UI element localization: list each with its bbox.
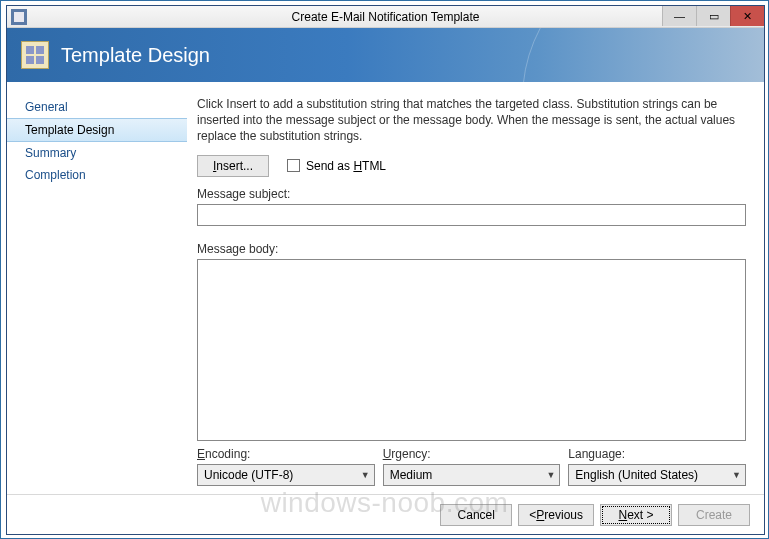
insert-button[interactable]: Insert... [197, 155, 269, 177]
language-select[interactable]: English (United States) ▼ [568, 464, 746, 486]
body-textarea[interactable] [197, 259, 746, 441]
minimize-button[interactable]: — [662, 6, 696, 26]
urgency-select[interactable]: Medium ▼ [383, 464, 561, 486]
sidebar-item-template-design[interactable]: Template Design [7, 118, 187, 142]
sidebar-item-completion[interactable]: Completion [7, 164, 187, 186]
encoding-value: Unicode (UTF-8) [204, 468, 293, 482]
body-label: Message body: [197, 242, 746, 256]
checkbox-icon [287, 159, 300, 172]
previous-button[interactable]: < Previous [518, 504, 594, 526]
options-row: Encoding: Unicode (UTF-8) ▼ Urgency: Med… [197, 447, 746, 486]
window-title: Create E-Mail Notification Template [7, 10, 764, 24]
urgency-label: Urgency: [383, 447, 561, 461]
cancel-button[interactable]: Cancel [440, 504, 512, 526]
window-controls: — ▭ ✕ [662, 6, 764, 26]
wizard-body: General Template Design Summary Completi… [7, 82, 764, 494]
language-value: English (United States) [575, 468, 698, 482]
send-as-html-checkbox[interactable]: Send as HTML [287, 159, 386, 173]
send-as-html-label: Send as HTML [306, 159, 386, 173]
sidebar-item-general[interactable]: General [7, 96, 187, 118]
template-icon [21, 41, 49, 69]
wizard-footer: Cancel < Previous Next > Create [7, 494, 764, 534]
wizard-header-title: Template Design [61, 44, 210, 67]
chevron-down-icon: ▼ [732, 470, 741, 480]
create-button: Create [678, 504, 750, 526]
wizard-header: Template Design [7, 28, 764, 82]
subject-label: Message subject: [197, 187, 746, 201]
instruction-text: Click Insert to add a substitution strin… [197, 96, 746, 145]
subject-input[interactable] [197, 204, 746, 226]
encoding-select[interactable]: Unicode (UTF-8) ▼ [197, 464, 375, 486]
language-label: Language: [568, 447, 746, 461]
encoding-label: Encoding: [197, 447, 375, 461]
maximize-button[interactable]: ▭ [696, 6, 730, 26]
wizard-sidebar: General Template Design Summary Completi… [7, 82, 187, 494]
chevron-down-icon: ▼ [546, 470, 555, 480]
wizard-content: Click Insert to add a substitution strin… [187, 82, 764, 494]
close-button[interactable]: ✕ [730, 6, 764, 26]
sidebar-item-summary[interactable]: Summary [7, 142, 187, 164]
outer-frame: Create E-Mail Notification Template — ▭ … [0, 0, 769, 539]
titlebar: Create E-Mail Notification Template — ▭ … [7, 6, 764, 28]
urgency-value: Medium [390, 468, 433, 482]
dialog-window: Create E-Mail Notification Template — ▭ … [6, 5, 765, 535]
insert-row: Insert... Send as HTML [197, 155, 746, 177]
chevron-down-icon: ▼ [361, 470, 370, 480]
next-button[interactable]: Next > [600, 504, 672, 526]
